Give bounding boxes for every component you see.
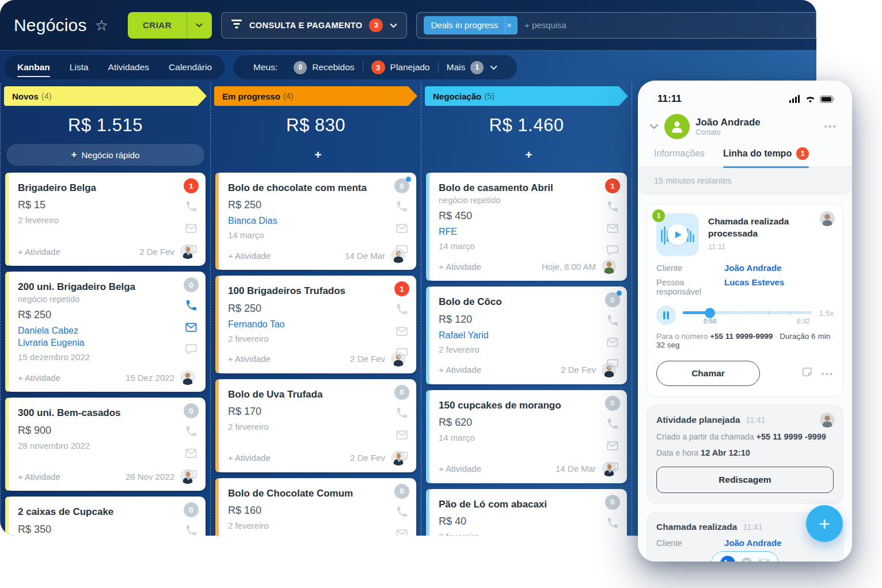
deal-title: Bolo de chocolate com menta [228, 182, 406, 194]
add-deal-button[interactable]: + [427, 144, 626, 166]
phone-icon[interactable] [396, 506, 408, 518]
filter-recebidos[interactable]: 0 Recebidos [286, 61, 362, 74]
add-activity-link[interactable]: + Atividade [18, 472, 60, 482]
deal-card[interactable]: 0 150 cupcakes de morango R$ 620 14 març… [426, 390, 627, 483]
chat-icon[interactable] [396, 347, 408, 360]
tab-linha-do-tempo[interactable]: Linha do tempo 1 [723, 147, 809, 167]
view-tab-calendário[interactable]: Calendário [169, 59, 212, 76]
phone-icon[interactable] [185, 299, 197, 312]
create-button[interactable]: CRIAR [128, 12, 212, 39]
mail-icon[interactable] [396, 528, 408, 536]
audio-track[interactable]: 0:56 6:32 [683, 307, 812, 324]
phone-icon[interactable] [185, 425, 197, 438]
deal-card[interactable]: 0 Bolo de Uva Trufada R$ 170 2 fevereiro… [215, 379, 416, 472]
phone-icon[interactable] [606, 200, 619, 213]
deal-card[interactable]: 0 2 caixas de Cupcake R$ 350 4 julho 202… [5, 497, 206, 536]
add-activity-link[interactable]: + Atividade [228, 453, 271, 463]
add-deal-button[interactable]: +Negócio rápido [6, 144, 204, 166]
mail-icon[interactable] [185, 222, 197, 235]
chat-icon[interactable] [185, 469, 197, 482]
card-contact-link[interactable]: Livraria Eugenia [18, 338, 85, 348]
add-activity-link[interactable]: + Atividade [439, 262, 481, 272]
card-contact-link[interactable]: Rafael Yarid [439, 330, 489, 341]
phone-icon[interactable] [606, 517, 619, 529]
add-activity-link[interactable]: + Atividade [439, 365, 481, 375]
deal-card[interactable]: 0 Bolo de Côco R$ 120 Rafael Yarid 2 fev… [426, 287, 627, 384]
phone-icon[interactable] [396, 200, 408, 213]
remove-tag-icon[interactable]: × [505, 16, 518, 35]
chat-action-icon[interactable] [741, 556, 752, 562]
view-tab-kanban[interactable]: Kanban [17, 59, 50, 76]
call-action-icon[interactable] [720, 556, 735, 562]
add-activity-link[interactable]: + Atividade [18, 247, 60, 257]
mail-icon[interactable] [606, 222, 619, 235]
deal-card[interactable]: 0 Bolo de chocolate com menta R$ 250 Bia… [215, 173, 416, 270]
mail-icon[interactable] [396, 325, 408, 338]
mail-icon[interactable] [606, 440, 619, 452]
chat-icon[interactable] [606, 461, 619, 474]
deal-card[interactable]: 0 200 uni. Brigadeiro Belga negócio repe… [5, 272, 206, 392]
client-link[interactable]: João Andrade [724, 538, 781, 548]
email-action-icon[interactable] [758, 556, 770, 562]
audio-scrubber-knob[interactable] [705, 308, 715, 318]
phone-icon[interactable] [185, 524, 197, 536]
play-button[interactable] [667, 224, 688, 245]
card-contact-link[interactable]: RFE [439, 227, 457, 237]
filter-planejado[interactable]: 3 Planejado [363, 60, 438, 74]
deal-card[interactable]: 0 Pão de Ló com abacaxi R$ 40 2 fevereir… [426, 489, 627, 536]
filter-mais[interactable]: Mais 1 [439, 61, 506, 74]
deal-card[interactable]: 1 100 Brigadeiros Trufados R$ 250 Fernan… [215, 276, 416, 373]
create-button-label[interactable]: CRIAR [128, 12, 187, 39]
view-tab-atividades[interactable]: Atividades [108, 59, 150, 76]
deal-card[interactable]: 1 Brigadeiro Belga R$ 15 2 fevereiro + A… [5, 173, 206, 266]
card-contact-link[interactable]: Daniela Cabez [18, 326, 78, 336]
chat-icon[interactable] [185, 244, 197, 257]
deal-card[interactable]: 0 Bolo de Chocolate Comum R$ 160 2 fever… [215, 478, 416, 536]
search-bar[interactable]: Deals in progress × + pesquisa [416, 12, 816, 39]
add-activity-link[interactable]: + Atividade [439, 464, 481, 474]
phone-icon[interactable] [396, 303, 408, 316]
chat-icon[interactable] [185, 343, 197, 356]
chat-icon[interactable] [396, 244, 408, 257]
client-link[interactable]: João Andrade [724, 263, 781, 273]
phone-icon[interactable] [606, 314, 619, 327]
responsible-link[interactable]: Lucas Esteves [724, 277, 784, 287]
filter-button[interactable]: CONSULTA E PAGAMENTO 3 [221, 12, 408, 39]
card-contact-link[interactable]: Bianca Dias [228, 216, 277, 226]
phone-icon[interactable] [396, 407, 408, 419]
pause-button[interactable] [656, 306, 676, 325]
call-button[interactable]: Chamar [656, 361, 760, 386]
more-options-icon[interactable]: ••• [821, 369, 834, 379]
favorite-star-icon[interactable]: ☆ [95, 18, 108, 33]
add-activity-link[interactable]: + Atividade [18, 373, 60, 383]
mail-icon[interactable] [185, 321, 197, 334]
search-filter-tag[interactable]: Deals in progress × [424, 16, 517, 35]
view-tab-lista[interactable]: Lista [70, 59, 89, 76]
redial-button[interactable]: Rediscagem [656, 467, 834, 493]
more-options-icon[interactable]: ••• [824, 121, 837, 132]
tab-informacoes[interactable]: Informações [654, 147, 705, 167]
mail-icon[interactable] [185, 447, 197, 460]
card-contact-link[interactable]: Fernando Tao [228, 319, 284, 330]
mail-icon[interactable] [396, 222, 408, 235]
deal-card[interactable]: 0 300 uni. Bem-casados R$ 900 28 novembr… [5, 398, 206, 491]
chat-icon[interactable] [606, 358, 619, 371]
note-icon[interactable] [801, 366, 813, 380]
mail-icon[interactable] [396, 429, 408, 441]
add-fab-button[interactable]: + [806, 505, 843, 542]
quick-action-icons [185, 200, 197, 257]
create-dropdown-caret[interactable] [187, 12, 212, 39]
phone-icon[interactable] [185, 200, 197, 213]
mail-icon[interactable] [606, 336, 619, 349]
chat-icon[interactable] [606, 244, 619, 257]
add-activity-link[interactable]: + Atividade [228, 354, 271, 364]
call-card-title: Chamada realizada processada [708, 216, 794, 240]
notification-badge: 0 [394, 385, 409, 400]
phone-icon[interactable] [606, 418, 619, 430]
collapse-chevron-icon[interactable] [649, 121, 659, 132]
add-activity-link[interactable]: + Atividade [228, 251, 271, 261]
deal-card[interactable]: 1 Bolo de casamento Abril negócio repeti… [426, 173, 627, 281]
playback-speed[interactable]: 1.5x [819, 309, 834, 318]
chat-icon[interactable] [396, 450, 408, 463]
add-deal-button[interactable]: + [216, 144, 415, 166]
